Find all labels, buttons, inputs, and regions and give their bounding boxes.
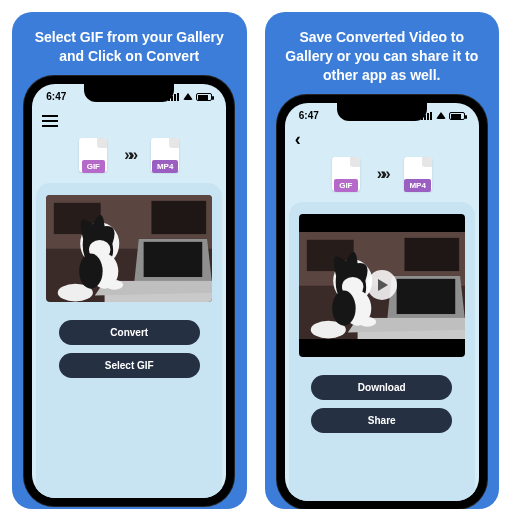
- svg-point-29: [358, 317, 376, 327]
- source-format: GIF: [76, 138, 110, 173]
- dest-tag: MP4: [152, 160, 178, 173]
- nav-row: [32, 110, 226, 132]
- convert-button[interactable]: Convert: [59, 320, 200, 345]
- content-card: Download Share: [289, 202, 475, 501]
- content-card: Convert Select GIF: [36, 183, 222, 498]
- svg-rect-18: [404, 238, 459, 271]
- play-icon[interactable]: [367, 270, 397, 300]
- svg-point-28: [332, 290, 355, 325]
- arrow-icon: »»: [377, 165, 387, 183]
- status-time: 6:47: [299, 110, 319, 121]
- media-preview[interactable]: [299, 214, 465, 357]
- battery-icon: [196, 93, 212, 101]
- source-tag: GIF: [82, 160, 105, 173]
- promo-panel-2: Save Converted Video to Gallery or you c…: [265, 12, 500, 509]
- phone-notch: [84, 84, 174, 102]
- format-row: GIF »» MP4: [32, 132, 226, 183]
- status-icons: [168, 93, 212, 101]
- svg-rect-3: [152, 201, 207, 234]
- wifi-icon: [436, 112, 446, 119]
- phone-screen: 6:47 GIF »» MP4: [32, 84, 226, 498]
- cat-laptop-image: [46, 195, 212, 302]
- status-time: 6:47: [46, 91, 66, 102]
- dest-format: MP4: [401, 157, 435, 192]
- nav-row: ‹: [285, 129, 479, 151]
- source-tag: GIF: [334, 179, 357, 192]
- phone-notch: [337, 103, 427, 121]
- arrow-icon: »»: [124, 146, 134, 164]
- select-gif-button[interactable]: Select GIF: [59, 353, 200, 378]
- wifi-icon: [183, 93, 193, 100]
- status-icons: [421, 112, 465, 120]
- panel-caption: Save Converted Video to Gallery or you c…: [275, 24, 490, 95]
- back-icon[interactable]: ‹: [295, 129, 301, 150]
- source-format: GIF: [329, 157, 363, 192]
- share-button[interactable]: Share: [311, 408, 452, 433]
- media-preview[interactable]: [46, 195, 212, 302]
- phone-frame: 6:47 ‹ GIF »» MP4: [277, 95, 487, 509]
- svg-rect-6: [144, 242, 203, 277]
- battery-icon: [449, 112, 465, 120]
- dest-tag: MP4: [404, 179, 430, 192]
- svg-point-13: [79, 253, 102, 288]
- menu-icon[interactable]: [42, 115, 58, 127]
- panel-caption: Select GIF from your Gallery and Click o…: [22, 24, 237, 76]
- download-button[interactable]: Download: [311, 375, 452, 400]
- phone-frame: 6:47 GIF »» MP4: [24, 76, 234, 506]
- svg-rect-21: [396, 279, 455, 314]
- svg-point-14: [106, 280, 124, 290]
- promo-panel-1: Select GIF from your Gallery and Click o…: [12, 12, 247, 509]
- format-row: GIF »» MP4: [285, 151, 479, 202]
- dest-format: MP4: [148, 138, 182, 173]
- phone-screen: 6:47 ‹ GIF »» MP4: [285, 103, 479, 501]
